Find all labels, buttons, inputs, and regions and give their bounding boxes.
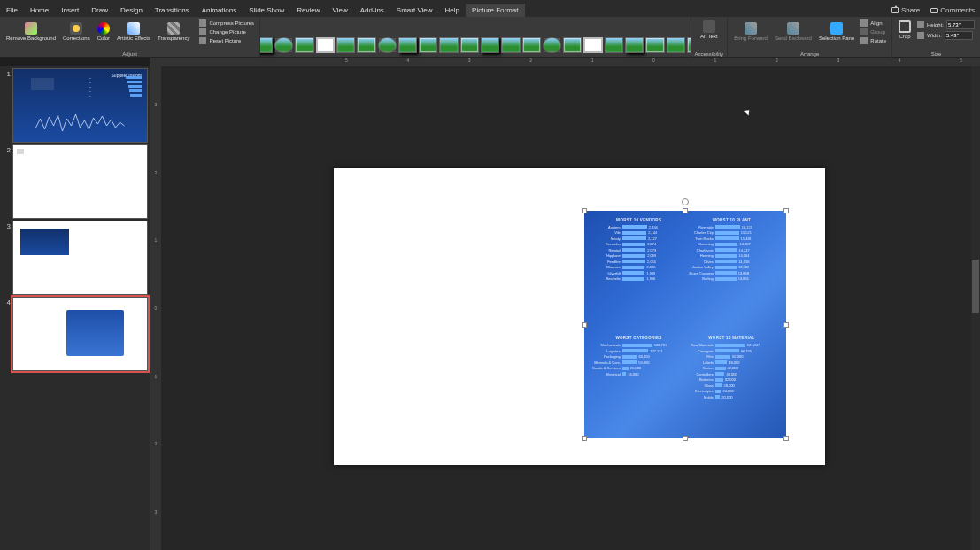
tab-slideshow[interactable]: Slide Show (243, 4, 290, 17)
style-thumb[interactable] (625, 37, 644, 53)
resize-handle[interactable] (582, 208, 587, 213)
tab-file[interactable]: File (0, 4, 24, 17)
resize-handle[interactable] (683, 208, 688, 213)
chart-row: Realhelix1,996 (590, 276, 687, 281)
color-button[interactable]: Color (95, 20, 112, 43)
change-picture-button[interactable]: Change Picture (197, 27, 256, 36)
align-icon (860, 19, 868, 27)
style-thumb[interactable] (645, 37, 664, 53)
artistic-button[interactable]: Artistic Effects (114, 20, 153, 43)
thumb-slide-3[interactable] (12, 221, 148, 295)
alt-text-button[interactable]: Alt Text (698, 19, 721, 42)
width-input[interactable] (945, 31, 973, 40)
thumb-slide-2[interactable] (12, 144, 148, 219)
compress-button[interactable]: Compress Pictures (197, 19, 256, 27)
thumb-slide-1[interactable]: Supplier Insight — — — — — (12, 68, 148, 143)
vertical-scrollbar[interactable] (971, 66, 980, 550)
tab-home[interactable]: Home (24, 4, 55, 17)
tab-picture-format[interactable]: Picture Format (466, 4, 524, 17)
bring-forward-button[interactable]: Bring Forward (731, 20, 770, 43)
chart-row: Labels48,000 (683, 360, 780, 365)
style-thumb[interactable] (419, 37, 437, 53)
chart-title: WORST 10 MATERIAL (683, 336, 780, 340)
style-thumb[interactable] (481, 37, 499, 53)
scrollbar-thumb[interactable] (972, 260, 979, 313)
align-button[interactable]: Align (859, 19, 888, 27)
tab-addins[interactable]: Add-ins (354, 4, 390, 17)
style-thumb[interactable] (357, 37, 375, 53)
tab-smartview[interactable]: Smart View (390, 4, 439, 17)
tab-design[interactable]: Design (114, 4, 149, 17)
artistic-icon (127, 22, 140, 35)
crop-button[interactable]: Crop (896, 19, 914, 42)
style-thumb[interactable] (522, 37, 541, 53)
tab-insert[interactable]: Insert (55, 4, 85, 17)
thumb-slide-4[interactable] (12, 297, 148, 371)
chart-row: Goods & Services26,000 (590, 366, 687, 370)
resize-handle[interactable] (783, 322, 789, 328)
chart-row: Vile2,144 (590, 230, 687, 235)
slide[interactable]: WORST 10 VENDORSAustern2,194Vile2,144Mea… (334, 168, 825, 465)
reset-picture-button[interactable]: Reset Picture (197, 36, 256, 45)
tab-view[interactable]: View (327, 4, 354, 17)
resize-handle[interactable] (783, 208, 789, 213)
style-thumb[interactable] (336, 37, 355, 53)
chart-row: Barling13,861 (683, 276, 780, 281)
style-thumb[interactable] (316, 37, 335, 53)
rotate-button[interactable]: Rotate (859, 36, 888, 45)
thumb-number: 1 (2, 68, 11, 143)
send-backward-button[interactable]: Send Backward (772, 20, 814, 43)
editor: 3210123 WORST 10 VENDORSAustern2,194Vile… (150, 66, 980, 550)
chart-row: Electrical16,000 (590, 372, 687, 376)
style-thumb[interactable] (274, 37, 293, 53)
comments-button[interactable]: Comments (925, 6, 980, 14)
group-button[interactable]: Group (859, 27, 888, 36)
resize-handle[interactable] (582, 436, 587, 441)
style-gallery: Picture Border Picture Effects Picture L… (260, 17, 691, 58)
style-thumb[interactable] (295, 37, 313, 53)
style-thumb[interactable] (543, 37, 561, 53)
resize-handle[interactable] (683, 436, 688, 441)
style-thumb[interactable] (605, 37, 623, 53)
style-thumb[interactable] (667, 37, 685, 53)
resize-handle[interactable] (582, 322, 587, 328)
vertical-ruler: 3210123 (150, 66, 161, 550)
share-button[interactable]: Share (886, 6, 925, 14)
width-row: Width: (915, 31, 976, 40)
group-picture-styles: Picture Border Picture Effects Picture L… (260, 17, 691, 58)
ribbon: Remove Background Corrections Color Arti… (0, 17, 980, 58)
style-thumb[interactable] (439, 37, 458, 53)
style-thumb[interactable] (563, 37, 582, 53)
chart-row: Clives14,056 (683, 260, 780, 264)
chart-title: WORST 10 PLANT (683, 218, 780, 222)
height-input[interactable] (946, 20, 975, 29)
style-thumb[interactable] (583, 37, 602, 53)
style-thumb[interactable] (378, 37, 397, 53)
remove-background-button[interactable]: Remove Background (4, 20, 58, 43)
tab-animations[interactable]: Animations (196, 4, 243, 17)
style-thumb[interactable] (260, 37, 273, 53)
style-thumb[interactable] (398, 37, 417, 53)
compress-icon (199, 19, 206, 27)
chart-row: Glass28,000 (683, 383, 780, 388)
style-thumb[interactable] (460, 37, 479, 53)
resize-handle[interactable] (783, 436, 789, 441)
style-thumb[interactable] (501, 37, 520, 53)
transparency-button[interactable]: Transparency (155, 20, 192, 43)
chart-row: Recombu2,074 (590, 242, 687, 246)
crop-icon (899, 20, 911, 33)
group-size: Crop Height: Width: Size (892, 17, 980, 58)
rotate-handle[interactable] (682, 198, 689, 205)
width-icon (917, 32, 924, 39)
tab-review[interactable]: Review (290, 4, 326, 17)
corrections-button[interactable]: Corrections (60, 20, 93, 43)
slide-canvas[interactable]: WORST 10 VENDORSAustern2,194Vile2,144Mea… (161, 66, 980, 550)
tab-transitions[interactable]: Transitions (149, 4, 196, 17)
tab-draw[interactable]: Draw (85, 4, 114, 17)
chart-row: Austern2,194 (590, 225, 687, 229)
selection-pane-button[interactable]: Selection Pane (816, 20, 857, 43)
chart-row: Bruce Crossing13,868 (683, 271, 780, 275)
tab-help[interactable]: Help (439, 4, 466, 17)
selected-picture[interactable]: WORST 10 VENDORSAustern2,194Vile2,144Mea… (584, 211, 786, 438)
remove-bg-icon (25, 22, 37, 35)
